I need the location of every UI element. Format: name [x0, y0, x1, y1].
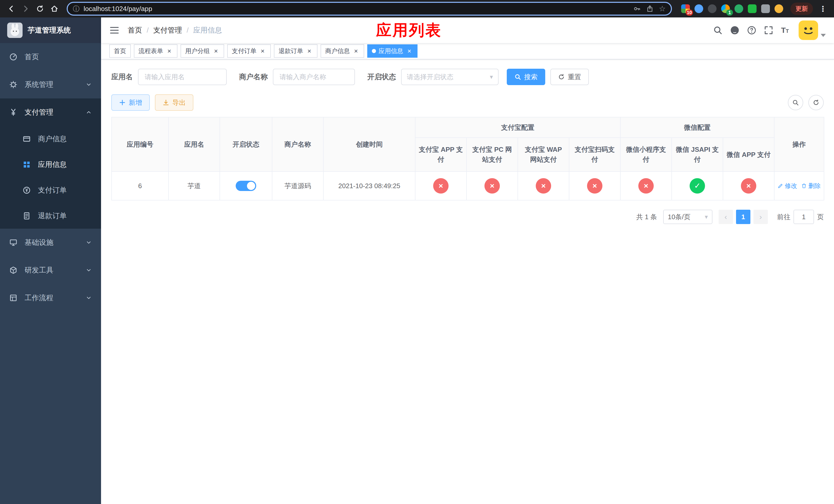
user-avatar[interactable] [798, 21, 818, 40]
merchant-name-label: 商户名称 [239, 72, 268, 82]
breadcrumb: 首页 / 支付管理 / 应用信息 [128, 25, 222, 35]
tab-process-form[interactable]: 流程表单 × [134, 44, 177, 58]
toggle-search-button[interactable] [788, 95, 803, 110]
wechat-jsapi-status-icon: ✓ [689, 178, 705, 193]
extension-icon-1[interactable]: 10 [681, 4, 690, 13]
enabled-toggle[interactable] [236, 181, 256, 191]
tab-label: 应用信息 [378, 47, 403, 55]
page-number-button[interactable]: 1 [736, 210, 750, 224]
extensions-puzzle-icon[interactable] [761, 4, 770, 13]
page-size-select[interactable]: 10条/页 ▾ [663, 210, 712, 224]
app-shell: 芋道管理系统 首页 系统管理 支付管理 [0, 18, 834, 504]
group-wechat-config: 微信配置 [620, 117, 774, 138]
home-icon[interactable] [47, 2, 62, 16]
screen: ⓘ localhost:1024/pay/app ☆ 10 1 [0, 0, 834, 504]
sidebar-item-system[interactable]: 系统管理 [0, 71, 101, 98]
app-name-label: 应用名 [111, 72, 133, 82]
breadcrumb-item[interactable]: 支付管理 [153, 25, 182, 35]
col-alipay-app: 支付宝 APP 支付 [415, 138, 466, 171]
extension-icon-7[interactable] [774, 4, 783, 13]
search-button[interactable]: 搜索 [507, 69, 545, 85]
font-size-icon[interactable]: TT [781, 26, 789, 34]
tab-label: 退款订单 [279, 47, 303, 55]
tab-refund-orders[interactable]: 退款订单 × [274, 44, 317, 58]
sidebar-item-merchant-info[interactable]: 商户信息 [0, 126, 101, 152]
app-name-input[interactable] [138, 69, 227, 85]
tab-close-icon[interactable]: × [259, 47, 266, 54]
sidebar-item-label: 工作流程 [25, 293, 53, 303]
extension-icon-3[interactable] [708, 4, 717, 13]
tags-view: 首页 流程表单 × 用户分组 × 支付订单 × 退款订单 × [101, 43, 834, 60]
breadcrumb-item[interactable]: 首页 [128, 25, 142, 35]
col-actions: 操作 [774, 117, 824, 171]
github-icon[interactable] [730, 26, 739, 35]
chevron-down-icon [821, 34, 826, 37]
back-icon[interactable] [4, 2, 19, 16]
tab-home[interactable]: 首页 [109, 44, 131, 58]
group-alipay-config: 支付宝配置 [415, 117, 620, 138]
sidebar-item-infrastructure[interactable]: 基础设施 [0, 229, 101, 256]
sidebar-item-label: 首页 [25, 52, 39, 62]
breadcrumb-item-current: 应用信息 [193, 25, 222, 35]
sidebar-item-dev-tools[interactable]: 研发工具 [0, 256, 101, 284]
extension-icon-6[interactable] [748, 4, 756, 13]
sidebar-item-pay-management[interactable]: 支付管理 [0, 98, 101, 126]
sidebar-item-label: 基础设施 [25, 238, 53, 247]
col-alipay-pc: 支付宝 PC 网站支付 [466, 138, 518, 171]
extension-icon-5[interactable] [734, 4, 743, 13]
sidebar-item-home[interactable]: 首页 [0, 43, 101, 71]
tab-pay-orders[interactable]: 支付订单 × [227, 44, 271, 58]
url-text[interactable]: localhost:1024/pay/app [84, 5, 152, 13]
sidebar-toggle-icon[interactable] [109, 25, 119, 36]
bookmark-star-icon[interactable]: ☆ [659, 5, 666, 13]
goto-page-input[interactable] [793, 210, 814, 224]
tab-merchant-info[interactable]: 商户信息 × [321, 44, 364, 58]
browser-menu-icon[interactable]: ⋮ [816, 4, 830, 13]
col-alipay-wap: 支付宝 WAP 网站支付 [518, 138, 569, 171]
refresh-button[interactable] [808, 95, 824, 110]
merchant-name-input[interactable] [273, 69, 355, 85]
tab-close-icon[interactable]: × [212, 47, 220, 54]
status-select[interactable]: 请选择开启状态 ▾ [401, 69, 499, 85]
edit-link[interactable]: 修改 [777, 182, 797, 190]
omnibox-actions: ☆ [633, 5, 666, 13]
sidebar-item-app-info[interactable]: 应用信息 [0, 152, 101, 177]
navbar-actions: TT [713, 21, 826, 40]
breadcrumb-separator: / [147, 26, 149, 35]
col-merchant: 商户名称 [272, 117, 323, 171]
tab-user-group[interactable]: 用户分组 × [180, 44, 224, 58]
password-key-icon[interactable] [633, 5, 641, 13]
add-button[interactable]: 新增 [111, 94, 150, 111]
browser-update-button[interactable]: 更新 [790, 3, 813, 15]
sidebar-item-workflow[interactable]: 工作流程 [0, 284, 101, 312]
tab-close-icon[interactable]: × [406, 47, 413, 54]
delete-link[interactable]: 删除 [801, 182, 821, 190]
tab-close-icon[interactable]: × [306, 47, 313, 54]
sidebar-item-pay-orders[interactable]: 支付订单 [0, 177, 101, 203]
tab-app-info[interactable]: 应用信息 × [367, 44, 418, 58]
tab-label: 支付订单 [232, 47, 257, 55]
fullscreen-icon[interactable] [764, 26, 773, 35]
extension-icon-4[interactable]: 1 [721, 4, 730, 13]
search-icon[interactable] [713, 26, 722, 35]
alipay-pc-status-icon: × [484, 178, 500, 193]
export-button[interactable]: 导出 [155, 94, 193, 111]
reload-icon[interactable] [33, 2, 47, 16]
tab-close-icon[interactable]: × [352, 47, 359, 54]
site-info-icon[interactable]: ⓘ [73, 4, 80, 13]
help-icon[interactable] [747, 26, 756, 35]
reset-button[interactable]: 重置 [550, 69, 589, 85]
address-bar[interactable]: ⓘ localhost:1024/pay/app ☆ [67, 2, 672, 16]
extension-icon-2[interactable] [695, 4, 703, 13]
share-icon[interactable] [646, 5, 654, 13]
next-page-button[interactable]: › [753, 210, 768, 224]
sidebar-item-label: 退款订单 [38, 211, 67, 221]
forward-icon[interactable] [19, 2, 33, 16]
page-buttons: ‹ 1 › [719, 210, 768, 224]
user-menu[interactable] [798, 21, 826, 40]
prev-page-button[interactable]: ‹ [719, 210, 733, 224]
sidebar-item-refund-orders[interactable]: 退款订单 [0, 203, 101, 229]
sidebar-logo[interactable]: 芋道管理系统 [0, 18, 101, 43]
table-row: 6 芋道 芋道源码 2021-10-23 08:49:25 × × × × × … [112, 171, 824, 200]
tab-close-icon[interactable]: × [166, 47, 173, 54]
